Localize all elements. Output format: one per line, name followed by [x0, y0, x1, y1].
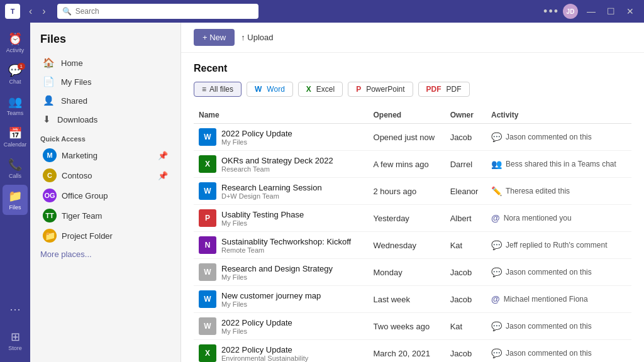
table-row[interactable]: X 2022 Policy Update Environmental Susta… [194, 340, 631, 363]
sidebar-item-store[interactable]: ⊞ Store [3, 326, 28, 356]
file-activity-1: 👥 Bess shared this in a Teams chat [486, 151, 631, 178]
search-icon: 🔍 [62, 7, 72, 16]
toolbar: + New ↑ Upload [181, 23, 644, 53]
sidebar-item-calls[interactable]: 📞 Calls [3, 153, 28, 184]
filter-word-btn[interactable]: WWord [247, 82, 293, 97]
table-row[interactable]: W Research Learning Session D+W Design T… [194, 178, 631, 205]
more-icon: ⋯ [9, 302, 21, 316]
sidebar-item-teams[interactable]: 👥 Teams [3, 90, 28, 121]
more-places-link[interactable]: More places... [30, 246, 180, 263]
maximize-button[interactable]: ☐ [602, 5, 620, 18]
file-owner-6: Jacob [445, 286, 486, 313]
sidebar-item-downloads[interactable]: ⬇ Downloads [33, 110, 178, 129]
filter-ppt-btn[interactable]: PPowerPoint [348, 82, 413, 97]
col-activity: Activity [486, 107, 631, 124]
upload-button[interactable]: ↑ Upload [241, 33, 273, 42]
file-name-5: Research and Design Strategy [221, 264, 333, 273]
file-name-cell-3: P Usablity Testing Phase My Files [194, 205, 369, 232]
office-group-icon: OG [43, 189, 57, 202]
file-location-7: My Files [221, 327, 292, 335]
office-group-label: Office Group [62, 191, 108, 200]
file-name-2: Research Learning Session [221, 183, 322, 192]
file-owner-7: Kat [445, 313, 486, 340]
file-name-3: Usablity Testing Phase [221, 210, 304, 219]
tiger-team-label: Tiger Team [62, 211, 102, 221]
file-name-cell-0: W 2022 Policy Update My Files [194, 124, 369, 151]
qa-item-contoso[interactable]: C Contoso 📌 [33, 165, 178, 185]
activity-text-5: Jason commented on this [506, 268, 592, 277]
table-row[interactable]: P Usablity Testing Phase My Files Yester… [194, 205, 631, 232]
file-name-7: 2022 Policy Update [221, 318, 292, 327]
table-row[interactable]: W New customer journey map My Files Last… [194, 286, 631, 313]
marketing-pin-btn[interactable]: 📌 [158, 151, 168, 160]
avatar[interactable]: JD [563, 4, 578, 19]
sidebar-item-files[interactable]: 📁 Files [3, 185, 28, 215]
content-area: Recent ≡ All files WWord XExcel PPowerPo… [181, 53, 644, 362]
file-opened-6: Last week [369, 286, 445, 313]
qa-item-tiger-team[interactable]: TT Tiger Team [33, 206, 178, 226]
sidebar-item-calendar[interactable]: 📅 Calendar [3, 122, 28, 152]
teams-icon: 👥 [8, 95, 22, 109]
file-name-0: 2022 Policy Update [221, 129, 292, 138]
file-location-4: Remote Team [221, 246, 351, 254]
new-button[interactable]: + New [194, 29, 235, 46]
sidebar: Files 🏠 Home 📄 My Files 👤 Shared ⬇ Downl… [30, 23, 181, 362]
file-location-6: My Files [221, 300, 321, 308]
file-name-cell-1: X OKRs and Strategy Deck 2022 Research T… [194, 151, 369, 178]
file-activity-0: 💬 Jason commented on this [486, 124, 631, 151]
file-name-cell-4: N Sustainablity Techworkshop: Kickoff Re… [194, 232, 369, 259]
shared-icon: 👤 [43, 95, 55, 106]
chat-label: Chat [9, 79, 21, 85]
files-label: Files [9, 204, 21, 211]
more-options-icon[interactable]: ••• [543, 5, 559, 18]
sidebar-item-myfiles[interactable]: 📄 My Files [33, 72, 178, 91]
titlebar-nav: ‹ › [25, 4, 50, 18]
file-owner-8: Jacob [445, 340, 486, 363]
activity-label: Activity [6, 47, 25, 53]
sidebar-item-activity[interactable]: ⏰ Activity [3, 28, 28, 58]
sidebar-item-shared[interactable]: 👤 Shared [33, 91, 178, 110]
sidebar-item-home[interactable]: 🏠 Home [33, 53, 178, 72]
file-activity-5: 💬 Jason commented on this [486, 259, 631, 286]
table-row[interactable]: W 2022 Policy Update My Files Opened jus… [194, 124, 631, 151]
file-name-cell-6: W New customer journey map My Files [194, 286, 369, 313]
file-opened-0: Opened just now [369, 124, 445, 151]
file-location-8: Environmental Sustainability [221, 354, 308, 362]
search-input[interactable] [75, 7, 253, 16]
forward-button[interactable]: › [38, 4, 49, 18]
qa-item-marketing[interactable]: M Marketing 📌 [33, 145, 178, 165]
col-name: Name [194, 107, 369, 124]
filter-pdf-btn[interactable]: PDFPDF [418, 82, 470, 97]
sidebar-item-more[interactable]: ⋯ [3, 294, 28, 324]
table-row[interactable]: W 2022 Policy Update My Files Two weeks … [194, 313, 631, 340]
back-button[interactable]: ‹ [25, 4, 36, 18]
tiger-team-icon: TT [43, 209, 57, 222]
col-opened: Opened [369, 107, 445, 124]
app-body: ⏰ Activity 💬 Chat 1 👥 Teams 📅 Calendar 📞… [0, 23, 644, 362]
minimize-button[interactable]: — [582, 5, 601, 18]
files-table: Name Opened Owner Activity W 2022 Policy… [194, 107, 631, 362]
table-row[interactable]: X OKRs and Strategy Deck 2022 Research T… [194, 151, 631, 178]
table-row[interactable]: N Sustainablity Techworkshop: Kickoff Re… [194, 232, 631, 259]
qa-item-office-group[interactable]: OG Office Group [33, 185, 178, 206]
close-button[interactable]: ✕ [621, 5, 639, 18]
sidebar-item-chat[interactable]: 💬 Chat 1 [3, 59, 28, 89]
quick-access-section: Quick Access [30, 129, 180, 145]
file-owner-4: Kat [445, 232, 486, 259]
filter-excel-btn[interactable]: XExcel [298, 82, 343, 97]
filter-all-btn[interactable]: ≡ All files [194, 82, 242, 97]
search-bar[interactable]: 🔍 [57, 4, 258, 19]
activity-icon: ⏰ [8, 32, 22, 46]
calendar-icon: 📅 [8, 126, 22, 140]
table-row[interactable]: W Research and Design Strategy My Files … [194, 259, 631, 286]
file-activity-2: ✏️ Theresa edited this [486, 178, 631, 205]
filter-row: ≡ All files WWord XExcel PPowerPoint PDF… [194, 82, 631, 97]
file-owner-3: Albert [445, 205, 486, 232]
file-name-4: Sustainablity Techworkshop: Kickoff [221, 237, 351, 246]
downloads-icon: ⬇ [43, 114, 51, 125]
contoso-pin-btn[interactable]: 📌 [158, 171, 168, 180]
file-name-1: OKRs and Strategy Deck 2022 [221, 156, 333, 165]
calls-icon: 📞 [8, 158, 22, 172]
qa-item-project-folder[interactable]: 📁 Project Folder [33, 226, 178, 246]
activity-text-6: Michael mentioned Fiona [504, 295, 588, 304]
